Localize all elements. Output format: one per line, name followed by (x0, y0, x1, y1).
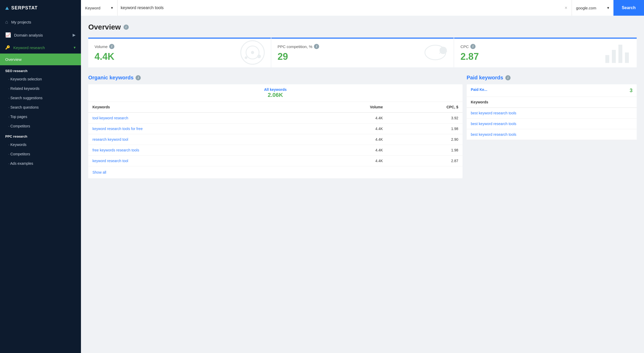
cpc-label: CPC (460, 44, 469, 49)
table-row: keyword research tools for free 4.4K 1.9… (88, 123, 462, 134)
sidebar-item-top-pages[interactable]: Top pages (0, 112, 81, 121)
paid-keyword-cell: best keyword research tools (467, 108, 637, 119)
keyword-cell: tool keyword research (88, 113, 307, 123)
paid-header-row: Paid Ke... 3 (467, 84, 637, 97)
sidebar-item-overview[interactable]: Overview (0, 54, 81, 65)
paid-count: 3 (630, 87, 633, 93)
sidebar-item-ppc-competitors[interactable]: Competitors (0, 149, 81, 159)
search-type-label: Keyword (85, 6, 100, 10)
stat-card-cpc: CPC i 2.87 (454, 38, 637, 67)
keyword-cell: keyword research tools for free (88, 123, 307, 134)
organic-table-header: All keywords 2.06K (88, 84, 462, 102)
home-icon: ⌂ (5, 19, 8, 25)
volume-value: 4.4K (95, 51, 114, 62)
paid-table: Keywords best keyword research tools bes… (467, 97, 637, 140)
show-all-row: Show all (88, 166, 462, 178)
paid-col: Paid keywords i Paid Ke... 3 Keywords (467, 75, 637, 178)
volume-deco-icon (237, 39, 268, 67)
engine-label: google.com (576, 6, 596, 10)
search-input[interactable] (121, 5, 564, 10)
cpc-info-icon[interactable]: i (470, 44, 476, 49)
volume-cell: 4.4K (307, 156, 387, 166)
keyword-cell: free keywords research tools (88, 145, 307, 156)
engine-dropdown[interactable]: google.com ▾ (572, 0, 613, 16)
sidebar-item-competitors-seo[interactable]: Competitors (0, 121, 81, 131)
col-header-cpc: CPC, $ (387, 102, 462, 113)
logo-area: ⟁ SERPSTAT (0, 4, 81, 11)
table-row: free keywords research tools 4.4K 1.98 (88, 145, 462, 156)
organic-info-icon[interactable]: i (136, 75, 141, 80)
volume-cell: 4.4K (307, 123, 387, 134)
paid-keyword-cell: best keyword research tools (467, 119, 637, 129)
cpc-cell: 1.98 (387, 145, 462, 156)
volume-info-icon[interactable]: i (109, 44, 114, 49)
ppc-value: 29 (278, 51, 319, 62)
sidebar-item-domain-analysis[interactable]: 📈 Domain analysis ▶ (0, 28, 81, 42)
svg-point-6 (440, 47, 447, 54)
sidebar-item-ppc-keywords[interactable]: Keywords (0, 140, 81, 149)
ppc-research-header: PPC research (0, 131, 81, 140)
stat-cards: Volume i 4.4K (88, 38, 637, 67)
table-row: keyword research tool 4.4K 2.87 (88, 156, 462, 166)
chevron-down-icon: ▾ (74, 45, 76, 50)
ppc-label: PPC competition, % (278, 44, 312, 49)
svg-point-3 (257, 55, 261, 58)
sidebar-item-keywords-selection[interactable]: Keywords selection (0, 74, 81, 84)
all-keywords-label: All keywords (91, 87, 459, 92)
svg-rect-9 (618, 45, 622, 63)
keyword-cell: research keyword tool (88, 134, 307, 145)
volume-label: Volume (95, 44, 108, 49)
logo-text: SERPSTAT (11, 5, 38, 11)
cpc-cell: 2.90 (387, 134, 462, 145)
table-row: tool keyword research 4.4K 3.92 (88, 113, 462, 123)
sidebar-item-my-projects[interactable]: ⌂ My projects (0, 16, 81, 28)
logo-icon: ⟁ (5, 4, 9, 11)
organic-section-title: Organic keywords i (88, 75, 462, 81)
sidebar-item-related-keywords[interactable]: Related keywords (0, 84, 81, 93)
sidebar-item-search-questions[interactable]: Search questions (0, 103, 81, 112)
cpc-cell: 2.87 (387, 156, 462, 166)
organic-col: Organic keywords i All keywords 2.06K Ke… (88, 75, 462, 178)
volume-cell: 4.4K (307, 134, 387, 145)
cpc-value: 2.87 (460, 51, 479, 62)
ppc-info-icon[interactable]: i (314, 44, 319, 49)
all-keywords-count: 2.06K (91, 92, 459, 98)
table-row: research keyword tool 4.4K 2.90 (88, 134, 462, 145)
sidebar: ⌂ My projects 📈 Domain analysis ▶ 🔑 Keyw… (0, 16, 81, 353)
show-all-link[interactable]: Show all (92, 170, 106, 174)
cpc-cell: 1.98 (387, 123, 462, 134)
seo-research-header: SEO research (0, 65, 81, 74)
keywords-sections: Organic keywords i All keywords 2.06K Ke… (88, 75, 637, 178)
sidebar-label-overview: Overview (5, 57, 22, 62)
organic-table-card: All keywords 2.06K Keywords Volume CPC, … (88, 84, 462, 178)
col-header-volume: Volume (307, 102, 387, 113)
paid-keyword-cell: best keyword research tools (467, 129, 637, 140)
svg-rect-10 (625, 52, 629, 63)
paid-info-icon[interactable]: i (505, 75, 511, 80)
svg-rect-7 (605, 55, 609, 63)
table-row: best keyword research tools (467, 129, 637, 140)
organic-table: Keywords Volume CPC, $ tool keyword rese… (88, 102, 462, 166)
table-row: best keyword research tools (467, 119, 637, 129)
search-bar: Keyword ▾ × google.com ▾ Search (81, 0, 644, 16)
chevron-down-icon: ▾ (111, 5, 113, 10)
sidebar-item-ads-examples[interactable]: Ads examples (0, 159, 81, 168)
sidebar-item-keyword-research[interactable]: 🔑 Keyword research ▾ (0, 42, 81, 54)
svg-point-2 (251, 51, 254, 54)
ppc-deco-icon (420, 39, 451, 67)
paid-col-header-keywords: Keywords (467, 97, 637, 108)
chevron-right-icon: ▶ (73, 33, 76, 37)
page-title: Overview i (88, 23, 637, 31)
overview-info-icon[interactable]: i (124, 25, 129, 30)
volume-cell: 4.4K (307, 145, 387, 156)
sidebar-label-domain-analysis: Domain analysis (14, 33, 43, 37)
search-button[interactable]: Search (613, 0, 644, 16)
main-content: Overview i Volume i 4.4K (81, 16, 644, 353)
search-type-dropdown[interactable]: Keyword ▾ (81, 0, 118, 16)
sidebar-item-search-suggestions[interactable]: Search suggestions (0, 93, 81, 103)
clear-icon[interactable]: × (564, 4, 569, 12)
search-input-wrap: × (118, 0, 572, 16)
paid-table-card: Paid Ke... 3 Keywords best keyword resea… (467, 84, 637, 140)
volume-cell: 4.4K (307, 113, 387, 123)
paid-keywords-label: Paid Ke... (471, 87, 487, 93)
